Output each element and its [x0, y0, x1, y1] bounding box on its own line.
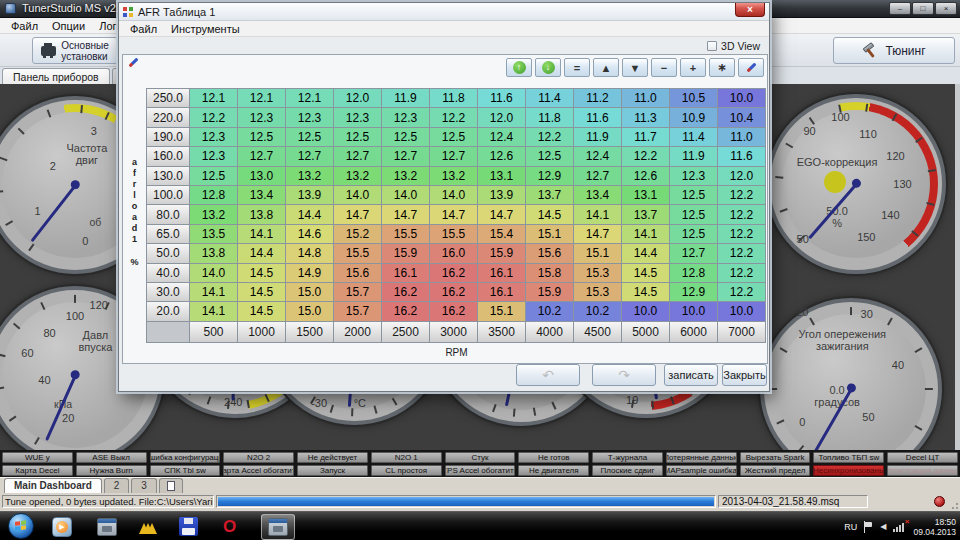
row-header[interactable]: 30.0: [147, 283, 189, 301]
col-header[interactable]: 5000: [622, 322, 669, 342]
row-header[interactable]: 100.0: [147, 186, 189, 204]
afr-cell[interactable]: 12.3: [334, 108, 381, 126]
afr-cell[interactable]: 15.6: [334, 264, 381, 282]
afr-cell[interactable]: 11.0: [718, 128, 765, 146]
minimize-button[interactable]: –: [889, 2, 911, 15]
afr-cell[interactable]: 16.2: [430, 302, 477, 320]
active-app-button[interactable]: [261, 514, 295, 540]
dash-tab[interactable]: Main Dashboard: [4, 478, 102, 493]
afr-cell[interactable]: 12.2: [622, 147, 669, 165]
indicator[interactable]: TPS Accel обогатить: [445, 465, 516, 476]
clock[interactable]: 18:50 09.04.2013: [913, 517, 956, 537]
afr-cell[interactable]: 14.5: [238, 264, 285, 282]
indicator[interactable]: СПК Тbl sw: [150, 465, 221, 476]
afr-cell[interactable]: 14.4: [238, 244, 285, 262]
indicator[interactable]: Не готов: [518, 452, 589, 463]
afr-cell[interactable]: 12.2: [718, 264, 765, 282]
afr-cell[interactable]: 12.7: [334, 147, 381, 165]
3d-view-checkbox[interactable]: [707, 41, 717, 51]
col-header[interactable]: 1000: [238, 322, 285, 342]
afr-cell[interactable]: 13.9: [286, 186, 333, 204]
afr-cell[interactable]: 12.2: [526, 128, 573, 146]
afr-cell[interactable]: 16.1: [478, 264, 525, 282]
resize-grip[interactable]: [949, 500, 959, 510]
afr-cell[interactable]: 12.7: [382, 147, 429, 165]
afr-cell[interactable]: 13.2: [334, 167, 381, 185]
row-header[interactable]: 130.0: [147, 167, 189, 185]
row-header[interactable]: 40.0: [147, 264, 189, 282]
afr-cell[interactable]: 14.4: [622, 244, 669, 262]
dialog-menu-item[interactable]: Файл: [123, 23, 164, 35]
new-dashboard-tab[interactable]: [159, 478, 183, 493]
afr-cell[interactable]: 14.5: [238, 283, 285, 301]
col-header[interactable]: 4000: [526, 322, 573, 342]
indicator[interactable]: Не двигателя: [518, 465, 589, 476]
afr-cell[interactable]: 11.8: [430, 89, 477, 107]
indicator[interactable]: Карта Decel: [2, 465, 73, 476]
megasquirt-icon[interactable]: [142, 520, 154, 534]
save-icon[interactable]: [179, 517, 198, 536]
close-button[interactable]: ×: [935, 2, 957, 15]
afr-cell[interactable]: 12.0: [478, 108, 525, 126]
afr-cell[interactable]: 14.5: [238, 302, 285, 320]
afr-cell[interactable]: 15.5: [382, 225, 429, 243]
afr-cell[interactable]: 12.5: [334, 128, 381, 146]
dialog-menu-item[interactable]: Инструменты: [164, 23, 247, 35]
afr-cell[interactable]: 13.2: [382, 167, 429, 185]
col-header[interactable]: 3000: [430, 322, 477, 342]
afr-cell[interactable]: 11.3: [622, 108, 669, 126]
col-header[interactable]: 2500: [382, 322, 429, 342]
afr-cell[interactable]: 12.7: [670, 244, 717, 262]
afr-cell[interactable]: 12.4: [478, 128, 525, 146]
afr-cell[interactable]: 15.3: [574, 283, 621, 301]
row-header[interactable]: 50.0: [147, 244, 189, 262]
afr-cell[interactable]: 10.9: [670, 108, 717, 126]
afr-cell[interactable]: 14.1: [574, 205, 621, 223]
afr-cell[interactable]: 13.1: [478, 167, 525, 185]
afr-cell[interactable]: 11.6: [574, 108, 621, 126]
edit-button[interactable]: [738, 58, 764, 77]
afr-cell[interactable]: 16.2: [430, 264, 477, 282]
afr-cell[interactable]: 13.2: [286, 167, 333, 185]
col-header[interactable]: 2000: [334, 322, 381, 342]
shift-down-button[interactable]: ↓: [535, 58, 561, 77]
afr-cell[interactable]: 15.8: [526, 264, 573, 282]
indicator[interactable]: Потерянные данные: [666, 452, 737, 463]
afr-cell[interactable]: 12.7: [286, 147, 333, 165]
tuning-button[interactable]: Тюнинг: [833, 37, 955, 64]
afr-cell[interactable]: 10.4: [718, 108, 765, 126]
dialog-titlebar[interactable]: AFR Таблица 1 ×: [119, 3, 769, 21]
afr-cell[interactable]: 10.0: [718, 89, 765, 107]
afr-cell[interactable]: 12.5: [430, 128, 477, 146]
afr-cell[interactable]: 14.0: [430, 186, 477, 204]
afr-cell[interactable]: 14.7: [478, 205, 525, 223]
afr-cell[interactable]: 14.6: [286, 225, 333, 243]
decrease-button[interactable]: −: [651, 58, 677, 77]
indicator[interactable]: Карта Accel обогатить: [223, 465, 294, 476]
afr-cell[interactable]: 15.1: [526, 225, 573, 243]
afr-cell[interactable]: 14.0: [190, 264, 237, 282]
afr-cell[interactable]: 14.5: [622, 264, 669, 282]
afr-cell[interactable]: 10.5: [670, 89, 717, 107]
media-player-icon[interactable]: ▶: [52, 517, 72, 537]
menu-item[interactable]: Файл: [4, 20, 45, 32]
afr-cell[interactable]: 11.9: [574, 128, 621, 146]
tunerstudio-taskbar-icon[interactable]: [97, 518, 117, 536]
indicator[interactable]: Стук: [445, 452, 516, 463]
menu-item[interactable]: Опции: [45, 20, 92, 32]
afr-cell[interactable]: 12.1: [238, 89, 285, 107]
tab-dashboard[interactable]: Панель приборов: [2, 68, 110, 85]
afr-cell[interactable]: 15.5: [334, 244, 381, 262]
shift-up-button[interactable]: ↑: [506, 58, 532, 77]
indicator[interactable]: WUE у: [2, 452, 73, 463]
afr-cell[interactable]: 15.7: [334, 302, 381, 320]
afr-cell[interactable]: 14.4: [286, 205, 333, 223]
afr-cell[interactable]: 13.5: [190, 225, 237, 243]
afr-cell[interactable]: 14.7: [334, 205, 381, 223]
afr-cell[interactable]: 16.0: [430, 244, 477, 262]
afr-cell[interactable]: 12.2: [718, 225, 765, 243]
indicator[interactable]: Не действует: [297, 452, 368, 463]
indicator[interactable]: Несинхронизованы: [813, 465, 884, 476]
afr-cell[interactable]: 14.0: [334, 186, 381, 204]
afr-cell[interactable]: 12.5: [382, 128, 429, 146]
